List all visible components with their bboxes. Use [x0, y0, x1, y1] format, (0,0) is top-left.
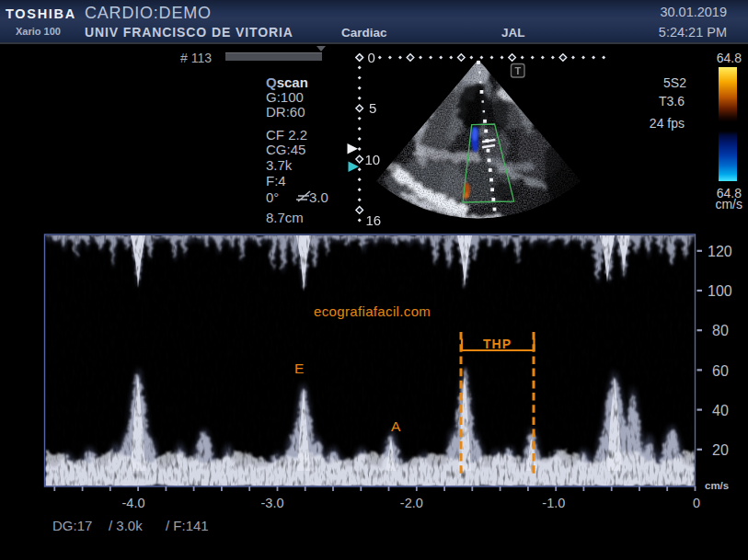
svg-text:0: 0 [368, 50, 375, 65]
svg-text:10: 10 [365, 152, 381, 167]
svg-text:16: 16 [366, 212, 382, 228]
svg-text:5: 5 [369, 100, 376, 116]
svg-text:T: T [514, 65, 521, 76]
